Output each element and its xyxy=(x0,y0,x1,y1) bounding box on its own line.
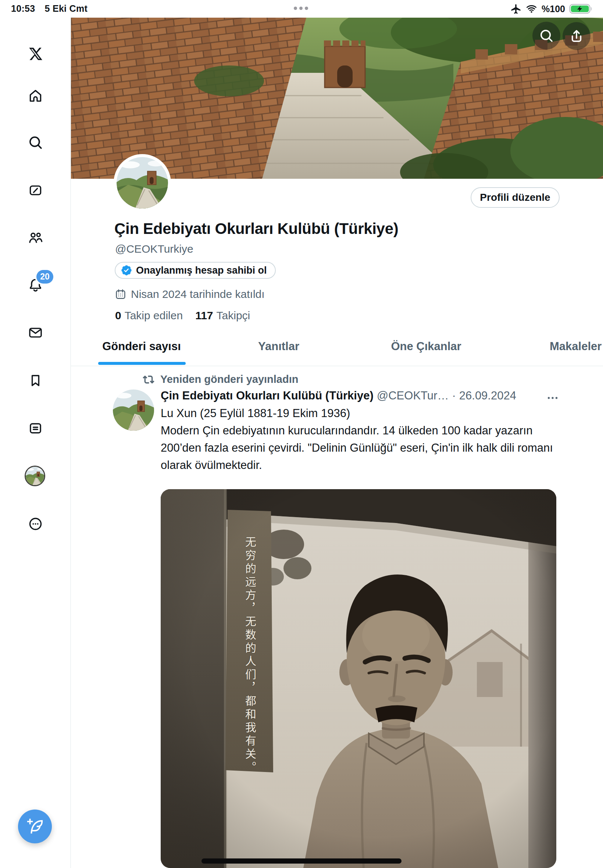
post-author-avatar[interactable] xyxy=(113,390,154,431)
battery-percent: %100 xyxy=(541,4,565,14)
verified-badge-icon xyxy=(121,265,132,276)
calligraphy-text: 无穷的远方，无数的人们，都和我有关。 xyxy=(241,536,258,778)
get-verified-pill[interactable]: Onaylanmış hesap sahibi ol xyxy=(115,262,276,279)
tab-articles[interactable]: Makaleler xyxy=(550,340,601,353)
profile-handle: @CEOKTurkiye xyxy=(115,243,193,255)
active-tab-underline xyxy=(98,362,186,365)
lists-icon[interactable] xyxy=(27,420,44,436)
tab-highlights[interactable]: Öne Çıkanlar xyxy=(391,340,461,353)
profile-banner-image[interactable] xyxy=(71,18,603,179)
post-separator: · xyxy=(452,389,456,402)
get-verified-label: Onaylanmış hesap sahibi ol xyxy=(136,265,267,276)
post-author-row: Çin Edebiyatı Okurları Kulübü (Türkiye) … xyxy=(161,389,540,402)
airplane-mode-icon xyxy=(510,3,521,14)
join-date-label: Nisan 2024 tarihinde katıldı xyxy=(131,288,265,300)
x-logo[interactable] xyxy=(27,45,44,62)
more-dots-icon xyxy=(546,391,559,405)
calendar-icon xyxy=(115,288,127,300)
profile-tabs: Gönderi sayısı Yanıtlar Öne Çıkanlar Mak… xyxy=(71,331,603,366)
followers-label[interactable]: Takipçi xyxy=(216,309,250,322)
tab-replies[interactable]: Yanıtlar xyxy=(258,340,299,353)
post-date: 26.09.2024 xyxy=(459,389,516,402)
notifications-bell-icon[interactable]: 20 xyxy=(27,276,44,293)
more-icon[interactable] xyxy=(27,515,44,532)
post-author-handle: @CEOKTur… xyxy=(377,389,449,402)
bookmarks-icon[interactable] xyxy=(27,372,44,389)
home-icon[interactable] xyxy=(27,87,44,104)
post-more-button[interactable] xyxy=(545,391,560,405)
profile-page: Profili düzenle Çin Edebiyatı Okurları K… xyxy=(71,18,603,868)
repost-icon xyxy=(143,374,155,385)
search-button[interactable] xyxy=(532,22,560,50)
calligraphy-banner: 无穷的远方，无数的人们，都和我有关。 xyxy=(226,536,273,778)
status-left: 10:53 5 Eki Cmt xyxy=(11,3,88,14)
post-image[interactable]: 无穷的远方，无数的人们，都和我有关。 xyxy=(161,489,556,868)
x-ipad-app: 10:53 5 Eki Cmt %100 xyxy=(0,0,603,868)
join-date-row: Nisan 2024 tarihinde katıldı xyxy=(115,288,265,300)
profile-stats: 0 Takip edilen 117 Takipçi xyxy=(115,309,250,322)
search-icon[interactable] xyxy=(27,134,44,151)
messages-icon[interactable] xyxy=(27,324,44,341)
sidebar: 20 xyxy=(0,18,71,868)
search-icon xyxy=(539,28,554,43)
compose-button[interactable] xyxy=(18,809,52,843)
repost-header: Yeniden gönderi yayınladın xyxy=(143,373,298,385)
status-date: 5 Eki Cmt xyxy=(45,3,88,14)
following-count[interactable]: 0 xyxy=(115,309,121,322)
status-bar: 10:53 5 Eki Cmt %100 xyxy=(0,0,603,18)
profile-name: Çin Edebiyatı Okurları Kulübü (Türkiye) xyxy=(114,220,398,238)
share-icon xyxy=(569,29,584,43)
battery-charging-icon xyxy=(569,3,594,14)
notifications-badge: 20 xyxy=(36,270,53,283)
multitask-dots-icon[interactable] xyxy=(294,7,308,10)
compose-icon xyxy=(26,818,43,835)
tab-posts[interactable]: Gönderi sayısı xyxy=(102,340,181,353)
home-indicator[interactable] xyxy=(201,859,402,863)
post-text: Lu Xun (25 Eylül 1881-19 Ekim 1936) Mode… xyxy=(161,405,561,474)
profile-avatar[interactable] xyxy=(25,466,45,486)
share-button[interactable] xyxy=(563,22,591,50)
repost-label: Yeniden gönderi yayınladın xyxy=(160,373,298,385)
communities-icon[interactable] xyxy=(27,229,44,246)
post-author-name[interactable]: Çin Edebiyatı Okurları Kulübü (Türkiye) xyxy=(161,389,374,402)
profile-photo[interactable] xyxy=(114,154,171,212)
edit-profile-button[interactable]: Profili düzenle xyxy=(471,187,560,208)
followers-count[interactable]: 117 xyxy=(195,309,213,322)
grok-icon[interactable] xyxy=(27,182,44,199)
wifi-icon xyxy=(526,3,538,14)
status-right: %100 xyxy=(510,3,594,15)
status-time: 10:53 xyxy=(11,3,35,14)
following-label[interactable]: Takip edilen xyxy=(125,309,183,322)
